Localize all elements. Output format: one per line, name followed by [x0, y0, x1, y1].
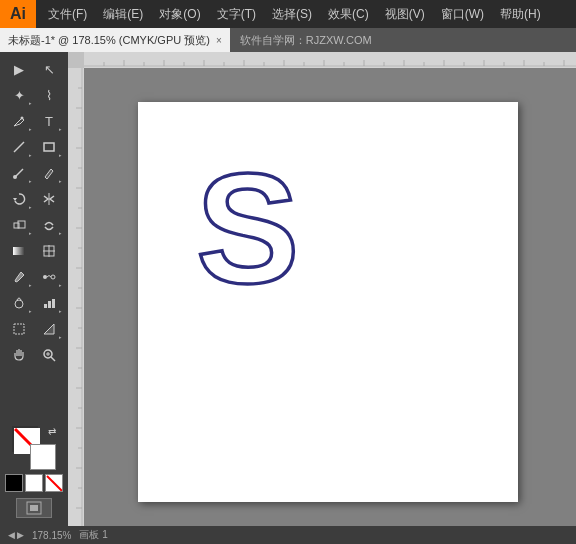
artboard: S — [138, 102, 518, 502]
blend-tool[interactable]: ▸ — [34, 264, 64, 290]
app-logo: Ai — [0, 0, 36, 28]
pencil-tool[interactable]: ▸ — [34, 160, 64, 186]
artboard-tool[interactable] — [4, 316, 34, 342]
tool-row-7: ▸ ▸ — [0, 212, 68, 238]
tab-bar: 未标题-1* @ 178.15% (CMYK/GPU 预览) × 软件自学网：R… — [0, 28, 576, 52]
canvas-area[interactable]: S — [68, 52, 576, 526]
tool-row-6: ▸ — [0, 186, 68, 212]
menu-item-0[interactable]: 文件(F) — [40, 0, 95, 28]
svg-line-26 — [47, 476, 63, 492]
menu-item-4[interactable]: 选择(S) — [264, 0, 320, 28]
tool-row-4: ▸ ▸ — [0, 134, 68, 160]
menu-items-container: 文件(F)编辑(E)对象(O)文字(T)选择(S)效果(C)视图(V)窗口(W)… — [36, 0, 549, 28]
pen-tool[interactable]: ▸ — [4, 108, 34, 134]
svg-marker-4 — [13, 198, 17, 201]
secondary-tab-label: 软件自学网：RJZXW.COM — [240, 33, 372, 48]
none-color-swatch[interactable] — [45, 474, 63, 492]
paintbrush-tool[interactable]: ▸ — [4, 160, 34, 186]
svg-rect-2 — [44, 143, 54, 151]
svg-point-14 — [15, 300, 23, 308]
svg-point-12 — [43, 275, 47, 279]
color-mode-row — [5, 474, 63, 492]
black-color-swatch[interactable] — [5, 474, 23, 492]
direct-select-tool[interactable]: ↖ — [34, 56, 64, 82]
svg-rect-8 — [13, 247, 25, 255]
svg-marker-19 — [44, 324, 54, 334]
svg-rect-15 — [44, 304, 47, 308]
tool-row-1: ▶ ↖ — [0, 56, 68, 82]
vertical-ruler — [68, 52, 84, 526]
type-tool[interactable]: T▸ — [34, 108, 64, 134]
slice-tool[interactable]: ▸ — [34, 316, 64, 342]
artboard-info: 画板 1 — [79, 528, 107, 542]
tab-close-button[interactable]: × — [216, 35, 222, 46]
letter-s-graphic: S — [188, 152, 298, 305]
gradient-tool[interactable] — [4, 238, 34, 264]
navigation-arrows: ◀ ▶ — [8, 530, 24, 540]
secondary-tab: 软件自学网：RJZXW.COM — [230, 28, 576, 52]
tool-row-3: ▸ T▸ — [0, 108, 68, 134]
tool-row-12 — [0, 342, 68, 368]
select-tool[interactable]: ▶ — [4, 56, 34, 82]
line-tool[interactable]: ▸ — [4, 134, 34, 160]
menu-item-2[interactable]: 对象(O) — [151, 0, 208, 28]
svg-rect-28 — [30, 505, 38, 511]
hand-tool[interactable] — [4, 342, 34, 368]
horizontal-ruler — [68, 52, 576, 68]
svg-rect-17 — [52, 299, 55, 308]
svg-point-13 — [51, 275, 55, 279]
zoom-tool[interactable] — [34, 342, 64, 368]
tool-row-8 — [0, 238, 68, 264]
svg-point-0 — [21, 117, 24, 120]
tool-row-10: ▸ ▸ — [0, 290, 68, 316]
menu-item-5[interactable]: 效果(C) — [320, 0, 377, 28]
active-tab[interactable]: 未标题-1* @ 178.15% (CMYK/GPU 预览) × — [0, 28, 230, 52]
menu-bar: Ai 文件(F)编辑(E)对象(O)文字(T)选择(S)效果(C)视图(V)窗口… — [0, 0, 576, 28]
toolbar: ▶ ↖ ✦▸ ⌇ ▸ T▸ ▸ ▸ ▸ — [0, 52, 68, 526]
column-graph-tool[interactable]: ▸ — [34, 290, 64, 316]
tool-row-9: ▸ ▸ — [0, 264, 68, 290]
status-bar: ◀ ▶ 178.15% 画板 1 — [0, 526, 576, 544]
nav-next-arrow[interactable]: ▶ — [17, 530, 24, 540]
menu-item-8[interactable]: 帮助(H) — [492, 0, 549, 28]
ruler-corner — [68, 52, 84, 68]
menu-item-7[interactable]: 窗口(W) — [433, 0, 492, 28]
svg-rect-16 — [48, 301, 51, 308]
tool-row-2: ✦▸ ⌇ — [0, 82, 68, 108]
svg-line-21 — [51, 357, 55, 361]
magic-wand-tool[interactable]: ✦▸ — [4, 82, 34, 108]
svg-text:S: S — [196, 152, 298, 302]
screen-mode-button[interactable] — [16, 498, 52, 518]
menu-item-6[interactable]: 视图(V) — [377, 0, 433, 28]
tool-row-5: ▸ ▸ — [0, 160, 68, 186]
menu-item-1[interactable]: 编辑(E) — [95, 0, 151, 28]
menu-item-3[interactable]: 文字(T) — [209, 0, 264, 28]
color-swatches[interactable]: ⇄ — [12, 426, 56, 470]
swap-colors-icon[interactable]: ⇄ — [48, 426, 56, 437]
warp-tool[interactable]: ▸ — [34, 212, 64, 238]
rotate-tool[interactable]: ▸ — [4, 186, 34, 212]
svg-rect-18 — [14, 324, 24, 334]
color-section: ⇄ — [1, 422, 67, 522]
zoom-level: 178.15% — [32, 530, 71, 541]
rect-tool[interactable]: ▸ — [34, 134, 64, 160]
svg-line-1 — [14, 142, 24, 152]
reflect-tool[interactable] — [34, 186, 64, 212]
white-color-swatch[interactable] — [25, 474, 43, 492]
lasso-tool[interactable]: ⌇ — [34, 82, 64, 108]
main-area: ▶ ↖ ✦▸ ⌇ ▸ T▸ ▸ ▸ ▸ — [0, 52, 576, 526]
symbol-sprayer-tool[interactable]: ▸ — [4, 290, 34, 316]
stroke-swatch[interactable] — [30, 444, 56, 470]
mesh-tool[interactable] — [34, 238, 64, 264]
scale-tool[interactable]: ▸ — [4, 212, 34, 238]
svg-point-3 — [13, 175, 17, 179]
eyedropper-tool[interactable]: ▸ — [4, 264, 34, 290]
nav-prev-arrow[interactable]: ◀ — [8, 530, 15, 540]
tab-label: 未标题-1* @ 178.15% (CMYK/GPU 预览) — [8, 33, 210, 48]
tool-row-11: ▸ — [0, 316, 68, 342]
